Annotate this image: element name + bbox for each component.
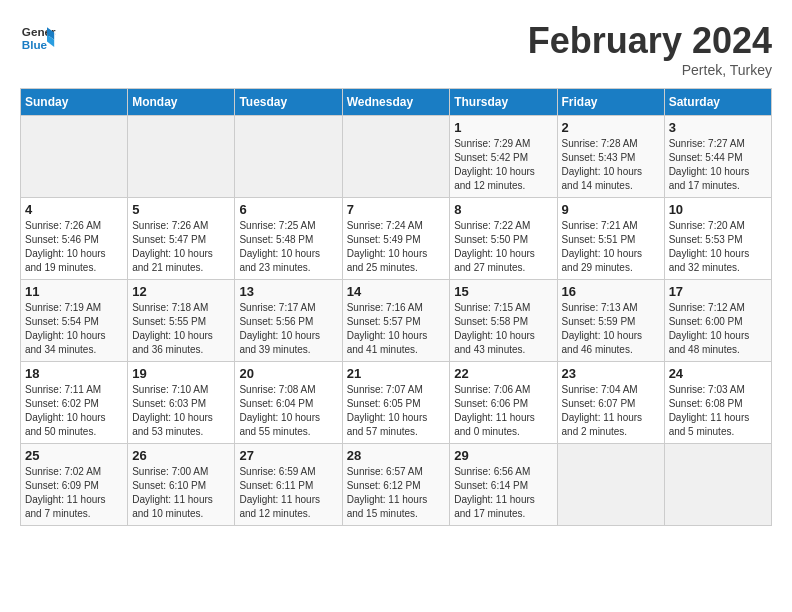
calendar-cell: 23Sunrise: 7:04 AMSunset: 6:07 PMDayligh… — [557, 362, 664, 444]
day-info: Sunrise: 7:03 AMSunset: 6:08 PMDaylight:… — [669, 383, 767, 439]
calendar-cell: 25Sunrise: 7:02 AMSunset: 6:09 PMDayligh… — [21, 444, 128, 526]
calendar-cell: 28Sunrise: 6:57 AMSunset: 6:12 PMDayligh… — [342, 444, 450, 526]
calendar-cell: 2Sunrise: 7:28 AMSunset: 5:43 PMDaylight… — [557, 116, 664, 198]
day-info: Sunrise: 7:29 AMSunset: 5:42 PMDaylight:… — [454, 137, 552, 193]
calendar-cell — [557, 444, 664, 526]
day-number: 17 — [669, 284, 767, 299]
day-info: Sunrise: 7:28 AMSunset: 5:43 PMDaylight:… — [562, 137, 660, 193]
calendar-week-row: 1Sunrise: 7:29 AMSunset: 5:42 PMDaylight… — [21, 116, 772, 198]
day-number: 9 — [562, 202, 660, 217]
calendar-cell: 7Sunrise: 7:24 AMSunset: 5:49 PMDaylight… — [342, 198, 450, 280]
calendar-cell: 24Sunrise: 7:03 AMSunset: 6:08 PMDayligh… — [664, 362, 771, 444]
day-info: Sunrise: 7:11 AMSunset: 6:02 PMDaylight:… — [25, 383, 123, 439]
calendar-cell — [128, 116, 235, 198]
day-number: 10 — [669, 202, 767, 217]
day-info: Sunrise: 7:27 AMSunset: 5:44 PMDaylight:… — [669, 137, 767, 193]
day-number: 12 — [132, 284, 230, 299]
calendar-cell — [342, 116, 450, 198]
header-friday: Friday — [557, 89, 664, 116]
day-number: 13 — [239, 284, 337, 299]
day-number: 2 — [562, 120, 660, 135]
day-info: Sunrise: 6:59 AMSunset: 6:11 PMDaylight:… — [239, 465, 337, 521]
day-number: 24 — [669, 366, 767, 381]
header-sunday: Sunday — [21, 89, 128, 116]
day-number: 6 — [239, 202, 337, 217]
day-number: 8 — [454, 202, 552, 217]
calendar-cell: 21Sunrise: 7:07 AMSunset: 6:05 PMDayligh… — [342, 362, 450, 444]
calendar-cell: 14Sunrise: 7:16 AMSunset: 5:57 PMDayligh… — [342, 280, 450, 362]
calendar-cell: 10Sunrise: 7:20 AMSunset: 5:53 PMDayligh… — [664, 198, 771, 280]
day-info: Sunrise: 7:06 AMSunset: 6:06 PMDaylight:… — [454, 383, 552, 439]
day-info: Sunrise: 7:19 AMSunset: 5:54 PMDaylight:… — [25, 301, 123, 357]
day-info: Sunrise: 7:07 AMSunset: 6:05 PMDaylight:… — [347, 383, 446, 439]
header-thursday: Thursday — [450, 89, 557, 116]
day-number: 16 — [562, 284, 660, 299]
calendar-cell: 19Sunrise: 7:10 AMSunset: 6:03 PMDayligh… — [128, 362, 235, 444]
day-info: Sunrise: 7:17 AMSunset: 5:56 PMDaylight:… — [239, 301, 337, 357]
day-info: Sunrise: 7:13 AMSunset: 5:59 PMDaylight:… — [562, 301, 660, 357]
day-number: 28 — [347, 448, 446, 463]
calendar-cell: 13Sunrise: 7:17 AMSunset: 5:56 PMDayligh… — [235, 280, 342, 362]
calendar-cell: 16Sunrise: 7:13 AMSunset: 5:59 PMDayligh… — [557, 280, 664, 362]
day-info: Sunrise: 7:15 AMSunset: 5:58 PMDaylight:… — [454, 301, 552, 357]
day-number: 20 — [239, 366, 337, 381]
day-number: 26 — [132, 448, 230, 463]
day-info: Sunrise: 7:00 AMSunset: 6:10 PMDaylight:… — [132, 465, 230, 521]
svg-text:Blue: Blue — [22, 38, 48, 51]
day-info: Sunrise: 7:02 AMSunset: 6:09 PMDaylight:… — [25, 465, 123, 521]
day-info: Sunrise: 7:24 AMSunset: 5:49 PMDaylight:… — [347, 219, 446, 275]
day-info: Sunrise: 7:25 AMSunset: 5:48 PMDaylight:… — [239, 219, 337, 275]
header-saturday: Saturday — [664, 89, 771, 116]
day-number: 18 — [25, 366, 123, 381]
day-number: 5 — [132, 202, 230, 217]
day-info: Sunrise: 7:21 AMSunset: 5:51 PMDaylight:… — [562, 219, 660, 275]
header-monday: Monday — [128, 89, 235, 116]
day-info: Sunrise: 7:22 AMSunset: 5:50 PMDaylight:… — [454, 219, 552, 275]
calendar-cell: 27Sunrise: 6:59 AMSunset: 6:11 PMDayligh… — [235, 444, 342, 526]
day-info: Sunrise: 7:26 AMSunset: 5:46 PMDaylight:… — [25, 219, 123, 275]
calendar-cell: 26Sunrise: 7:00 AMSunset: 6:10 PMDayligh… — [128, 444, 235, 526]
title-block: February 2024 Pertek, Turkey — [528, 20, 772, 78]
header-wednesday: Wednesday — [342, 89, 450, 116]
calendar-cell: 22Sunrise: 7:06 AMSunset: 6:06 PMDayligh… — [450, 362, 557, 444]
calendar-cell: 18Sunrise: 7:11 AMSunset: 6:02 PMDayligh… — [21, 362, 128, 444]
day-number: 19 — [132, 366, 230, 381]
day-number: 22 — [454, 366, 552, 381]
day-number: 27 — [239, 448, 337, 463]
calendar-cell: 3Sunrise: 7:27 AMSunset: 5:44 PMDaylight… — [664, 116, 771, 198]
calendar-cell: 1Sunrise: 7:29 AMSunset: 5:42 PMDaylight… — [450, 116, 557, 198]
logo-icon: General Blue — [20, 20, 56, 56]
calendar-week-row: 4Sunrise: 7:26 AMSunset: 5:46 PMDaylight… — [21, 198, 772, 280]
day-number: 14 — [347, 284, 446, 299]
calendar-cell: 20Sunrise: 7:08 AMSunset: 6:04 PMDayligh… — [235, 362, 342, 444]
month-title: February 2024 — [528, 20, 772, 62]
calendar-cell — [664, 444, 771, 526]
page-header: General Blue February 2024 Pertek, Turke… — [20, 20, 772, 78]
calendar-week-row: 18Sunrise: 7:11 AMSunset: 6:02 PMDayligh… — [21, 362, 772, 444]
calendar-week-row: 25Sunrise: 7:02 AMSunset: 6:09 PMDayligh… — [21, 444, 772, 526]
day-info: Sunrise: 7:26 AMSunset: 5:47 PMDaylight:… — [132, 219, 230, 275]
calendar-cell: 15Sunrise: 7:15 AMSunset: 5:58 PMDayligh… — [450, 280, 557, 362]
calendar-cell: 4Sunrise: 7:26 AMSunset: 5:46 PMDaylight… — [21, 198, 128, 280]
day-info: Sunrise: 7:18 AMSunset: 5:55 PMDaylight:… — [132, 301, 230, 357]
calendar-week-row: 11Sunrise: 7:19 AMSunset: 5:54 PMDayligh… — [21, 280, 772, 362]
day-number: 11 — [25, 284, 123, 299]
day-number: 29 — [454, 448, 552, 463]
calendar-cell: 11Sunrise: 7:19 AMSunset: 5:54 PMDayligh… — [21, 280, 128, 362]
calendar-cell — [235, 116, 342, 198]
day-number: 23 — [562, 366, 660, 381]
calendar-cell: 17Sunrise: 7:12 AMSunset: 6:00 PMDayligh… — [664, 280, 771, 362]
calendar-cell: 29Sunrise: 6:56 AMSunset: 6:14 PMDayligh… — [450, 444, 557, 526]
day-info: Sunrise: 7:12 AMSunset: 6:00 PMDaylight:… — [669, 301, 767, 357]
calendar-cell: 6Sunrise: 7:25 AMSunset: 5:48 PMDaylight… — [235, 198, 342, 280]
day-number: 7 — [347, 202, 446, 217]
logo: General Blue — [20, 20, 56, 56]
calendar-table: SundayMondayTuesdayWednesdayThursdayFrid… — [20, 88, 772, 526]
day-info: Sunrise: 7:08 AMSunset: 6:04 PMDaylight:… — [239, 383, 337, 439]
day-number: 4 — [25, 202, 123, 217]
day-info: Sunrise: 7:04 AMSunset: 6:07 PMDaylight:… — [562, 383, 660, 439]
calendar-cell: 8Sunrise: 7:22 AMSunset: 5:50 PMDaylight… — [450, 198, 557, 280]
day-info: Sunrise: 7:16 AMSunset: 5:57 PMDaylight:… — [347, 301, 446, 357]
calendar-cell: 9Sunrise: 7:21 AMSunset: 5:51 PMDaylight… — [557, 198, 664, 280]
calendar-cell — [21, 116, 128, 198]
